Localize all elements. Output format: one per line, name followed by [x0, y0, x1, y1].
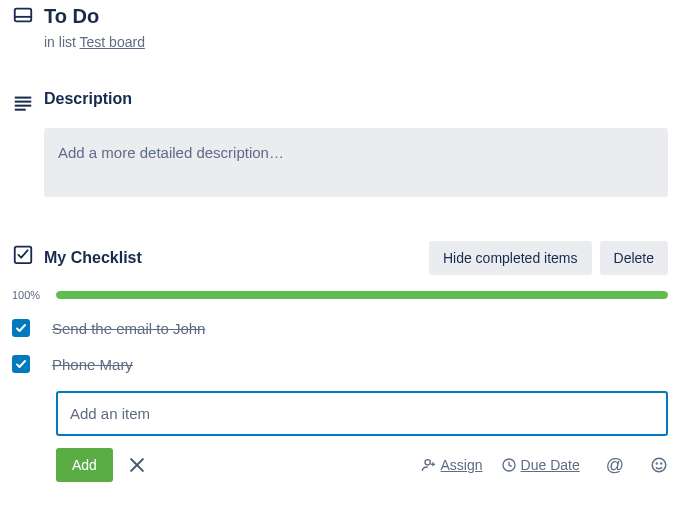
- svg-rect-2: [15, 97, 32, 99]
- checkbox-checked-icon[interactable]: [12, 319, 30, 337]
- add-item-input[interactable]: [56, 391, 668, 436]
- hide-completed-button[interactable]: Hide completed items: [429, 241, 592, 275]
- emoji-icon[interactable]: [650, 456, 668, 474]
- checklist-item[interactable]: Send the email to John: [12, 319, 668, 337]
- checklist-title[interactable]: My Checklist: [44, 249, 142, 267]
- close-icon[interactable]: [127, 455, 147, 475]
- add-button[interactable]: Add: [56, 448, 113, 482]
- in-list-prefix: in list: [44, 34, 80, 50]
- progress-fill: [56, 291, 668, 299]
- checklist-item-text[interactable]: Phone Mary: [52, 356, 133, 373]
- svg-rect-0: [15, 9, 32, 22]
- progress-percent: 100%: [12, 289, 56, 301]
- svg-rect-4: [15, 105, 32, 107]
- list-name-link[interactable]: Test board: [80, 34, 145, 50]
- svg-rect-5: [15, 109, 26, 111]
- svg-point-14: [656, 463, 657, 464]
- assign-icon: [421, 457, 437, 473]
- svg-rect-3: [15, 101, 32, 103]
- mention-icon[interactable]: @: [606, 455, 624, 476]
- due-date-label: Due Date: [521, 457, 580, 473]
- in-list-line: in list Test board: [44, 34, 668, 50]
- assign-button[interactable]: Assign: [421, 457, 483, 473]
- checklist-icon: [12, 241, 44, 265]
- delete-checklist-button[interactable]: Delete: [600, 241, 668, 275]
- progress-bar: [56, 291, 668, 299]
- svg-point-13: [652, 458, 666, 472]
- checklist-item-text[interactable]: Send the email to John: [52, 320, 205, 337]
- assign-label: Assign: [441, 457, 483, 473]
- description-icon: [12, 90, 44, 114]
- checkbox-checked-icon[interactable]: [12, 355, 30, 373]
- card-icon: [12, 2, 44, 26]
- description-heading: Description: [44, 90, 668, 108]
- due-date-button[interactable]: Due Date: [501, 457, 580, 473]
- clock-icon: [501, 457, 517, 473]
- svg-point-15: [661, 463, 662, 464]
- checklist-item[interactable]: Phone Mary: [12, 355, 668, 373]
- svg-point-9: [425, 460, 430, 465]
- description-input[interactable]: Add a more detailed description…: [44, 128, 668, 197]
- card-title[interactable]: To Do: [44, 2, 668, 30]
